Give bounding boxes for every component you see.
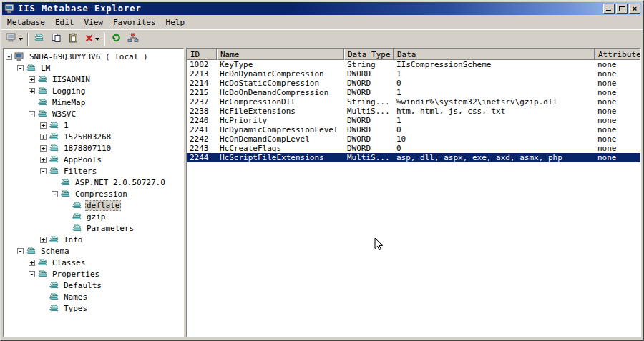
column-header-attributes[interactable]: Attributes	[595, 49, 640, 60]
table-row[interactable]: 1002KeyTypeStringIIsCompressionSchemenon…	[187, 60, 640, 69]
cell-data-type: DWORD	[344, 69, 394, 79]
tree-item-1878807110[interactable]: +1878807110	[4, 142, 183, 154]
tree-item-logging[interactable]: +Logging	[4, 85, 183, 97]
tree-item-schema[interactable]: -Schema	[4, 245, 183, 257]
cell-name: HcOnDemandCompLevel	[217, 134, 344, 144]
metabase-key-icon	[37, 270, 48, 279]
tree-item-label: AppPools	[62, 154, 103, 165]
titlebar[interactable]: IIS Metabase Explorer ×	[2, 2, 642, 15]
paste-button[interactable]	[65, 31, 82, 47]
tree-item-1[interactable]: +1	[4, 119, 183, 131]
tree-item-label: 1525003268	[62, 132, 112, 142]
table-row[interactable]: 2215HcDoOnDemandCompressionDWORD1none	[187, 88, 640, 97]
refresh-icon	[111, 33, 122, 45]
tree-item-apppools[interactable]: +AppPools	[4, 154, 183, 165]
tree-item-names[interactable]: Names	[4, 291, 183, 302]
tree-item-w3svc[interactable]: -W3SVC	[4, 108, 183, 119]
tree-expander-plus[interactable]: +	[40, 237, 47, 243]
table-row[interactable]: 2238HcFileExtensionsMultiS...htm, html, …	[187, 107, 640, 116]
table-row[interactable]: 2240HcPriorityDWORD1none	[187, 116, 640, 125]
tree-expander-plus[interactable]: +	[29, 76, 35, 83]
paste-icon	[68, 33, 79, 45]
tree-expander-plus[interactable]: +	[29, 260, 35, 266]
table-row[interactable]: 2244HcScriptFileExtensionsMultiS...asp, …	[187, 153, 640, 162]
list-rows: 1002KeyTypeStringIIsCompressionSchemenon…	[187, 60, 640, 337]
cell-id: 2215	[187, 88, 217, 97]
tree-item-snda-69q3uyy3v6-local[interactable]: -SNDA-69Q3UYY3V6 ( local )	[4, 51, 183, 62]
maximize-button[interactable]	[616, 4, 628, 14]
menu-favorites[interactable]: Favorites	[108, 16, 161, 29]
tree-expander-minus[interactable]: -	[40, 168, 47, 174]
tree-expander-minus[interactable]: -	[17, 248, 24, 254]
tree-item-gzip[interactable]: gzip	[4, 211, 183, 222]
menu-view[interactable]: View	[79, 16, 108, 29]
tree-item-label: Parameters	[85, 223, 135, 234]
tree-expander-minus[interactable]: -	[52, 191, 58, 197]
table-row[interactable]: 2242HcOnDemandCompLevelDWORD10none	[187, 134, 640, 144]
menu-edit[interactable]: Edit	[50, 16, 79, 29]
table-row[interactable]: 2241HcDynamicCompressionLevelDWORD0none	[187, 125, 640, 134]
new-key-button[interactable]	[31, 31, 48, 47]
tree-item-label: Info	[62, 234, 84, 245]
copy-button[interactable]	[48, 31, 65, 47]
tree-item-deflate[interactable]: deflate	[4, 199, 183, 211]
tree-item-filters[interactable]: -Filters	[4, 165, 183, 177]
dropdown-caret-icon	[19, 38, 23, 41]
tree-expander-plus[interactable]: +	[40, 145, 47, 152]
tree-item-asp-net-2-0-50727-0[interactable]: ASP.NET_2.0.50727.0	[4, 177, 183, 188]
tree-expander-plus[interactable]: +	[40, 122, 47, 129]
minimize-button[interactable]	[603, 4, 615, 14]
hierarchy-button[interactable]	[125, 31, 142, 47]
tree-item-label: MimeMap	[51, 97, 87, 108]
table-row[interactable]: 2214HcDoStaticCompressionDWORD0none	[187, 79, 640, 88]
menu-metabase[interactable]: Metabase	[2, 16, 50, 29]
tree-item-lm[interactable]: -LM	[4, 62, 183, 74]
tree-item-properties[interactable]: -Properties	[4, 268, 183, 280]
tree-item-label: Defaults	[62, 280, 103, 291]
tree-item-info[interactable]: +Info	[4, 234, 183, 245]
tree-item-mimemap[interactable]: MimeMap	[4, 97, 183, 108]
column-header-data[interactable]: Data	[394, 49, 595, 60]
tree-expander-minus[interactable]: -	[17, 65, 24, 71]
tree-item-label: gzip	[85, 212, 107, 222]
column-header-id[interactable]: ID	[187, 49, 217, 60]
cell-attributes: none	[595, 107, 640, 116]
tree-expander-minus[interactable]: -	[29, 111, 35, 117]
tree-item-parameters[interactable]: Parameters	[4, 222, 183, 234]
delete-button[interactable]	[82, 31, 102, 47]
cell-attributes: none	[595, 144, 640, 153]
column-header-name[interactable]: Name	[217, 49, 344, 60]
tree-item-1525003268[interactable]: +1525003268	[4, 131, 183, 142]
column-header-data-type[interactable]: Data Type	[344, 49, 394, 60]
menu-help[interactable]: Help	[161, 16, 190, 29]
table-row[interactable]: 2237HcCompressionDllString...%windir%\sy…	[187, 97, 640, 107]
connect-button[interactable]	[4, 31, 25, 47]
table-row[interactable]: 2243HcCreateFlagsDWORD0none	[187, 144, 640, 153]
tree-item-types[interactable]: Types	[4, 302, 183, 314]
metabase-key-icon	[49, 292, 59, 302]
tree-item-compression[interactable]: -Compression	[4, 188, 183, 199]
tree-expander-minus[interactable]: -	[6, 54, 12, 60]
cell-data: htm, html, js, css, txt	[394, 107, 595, 116]
tree-expander-minus[interactable]: -	[29, 271, 35, 277]
tree-item-classes[interactable]: +Classes	[4, 257, 183, 268]
tree-expander-plus[interactable]: +	[40, 157, 47, 163]
cell-id: 2213	[187, 69, 217, 79]
metabase-key-icon	[72, 201, 82, 210]
tree-item-iisadmin[interactable]: +IISADMIN	[4, 74, 183, 85]
cell-name: HcDoDynamicCompression	[217, 69, 344, 79]
cell-id: 1002	[187, 60, 217, 69]
metabase-key-icon	[37, 87, 48, 96]
refresh-button[interactable]	[107, 31, 125, 47]
metabase-key-icon	[37, 258, 48, 267]
tree-item-defaults[interactable]: Defaults	[4, 280, 183, 291]
table-row[interactable]: 2213HcDoDynamicCompressionDWORD1none	[187, 69, 640, 79]
tree-expander-plus[interactable]: +	[40, 134, 47, 140]
close-button[interactable]: ×	[629, 4, 640, 14]
tree-expander-plus[interactable]: +	[29, 88, 35, 94]
metabase-key-icon	[49, 121, 59, 130]
cell-attributes: none	[595, 116, 640, 125]
cell-id: 2243	[187, 144, 217, 153]
metabase-tree-panel: -SNDA-69Q3UYY3V6 ( local )-LM+IISADMIN+L…	[3, 48, 184, 337]
metabase-key-icon	[37, 75, 48, 84]
